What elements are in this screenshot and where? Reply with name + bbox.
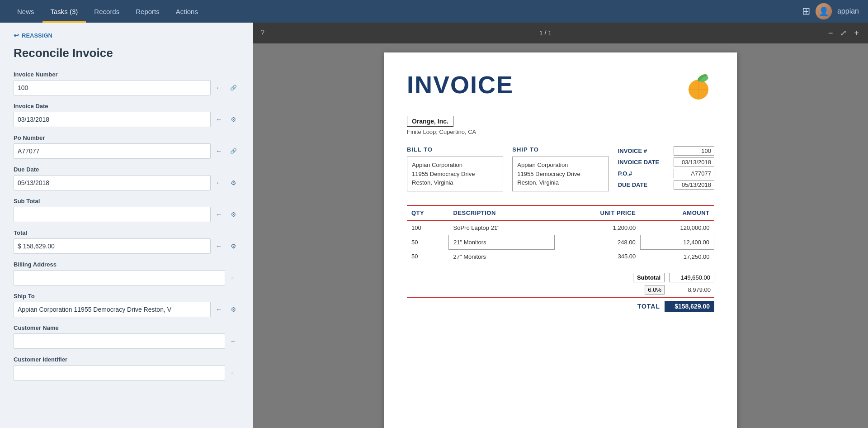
arrow-btn-sub-total[interactable]: ←	[212, 208, 225, 221]
field-row-sub-total: ←⚙	[14, 207, 240, 222]
pdf-help-icon[interactable]: ?	[260, 29, 264, 37]
field-row-invoice-date: ←⚙	[14, 112, 240, 127]
arrow-btn-billing-address[interactable]: ←	[227, 271, 240, 284]
input-ship-to[interactable]	[14, 302, 211, 317]
field-group-po-number: Po Number←🔗	[14, 134, 240, 159]
invoice-row-0: 100SoPro Laptop 21"1,200.00120,000.00	[407, 220, 714, 235]
invoice-num-label: INVOICE #	[618, 147, 647, 154]
due-date-label: DUE DATE	[618, 181, 647, 188]
field-row-customer-name: ←	[14, 333, 240, 349]
invoice-totals: Subtotal 149,650.00 6.0% 8,979.00 TOTAL …	[407, 273, 714, 312]
label-billing-address: Billing Address	[14, 261, 240, 268]
field-row-customer-identifier: ←	[14, 365, 240, 380]
col-qty: QTY	[407, 205, 449, 220]
input-billing-address[interactable]	[14, 270, 225, 285]
page-title: Reconcile Invoice	[14, 46, 240, 60]
link-btn-po-number[interactable]: 🔗	[227, 145, 240, 157]
pdf-page-info: 1 / 1	[268, 29, 823, 37]
invoice-details-section: INVOICE # 100 INVOICE DATE 03/13/2018 P.…	[618, 146, 714, 191]
row-qty-0: 100	[407, 220, 449, 235]
bill-to-line1: Appian Corporation	[412, 161, 498, 170]
invoice-title: INVOICE	[407, 71, 514, 99]
input-sub-total[interactable]	[14, 207, 211, 222]
arrow-btn-invoice-number[interactable]: ←	[212, 81, 225, 94]
label-customer-identifier: Customer Identifier	[14, 356, 240, 363]
invoice-row-2: 5027" Monitors345.0017,250.00	[407, 249, 714, 264]
arrow-btn-customer-identifier[interactable]: ←	[227, 366, 240, 379]
sync-btn-ship-to[interactable]: ⚙	[227, 303, 240, 316]
invoice-num-row: INVOICE # 100	[618, 146, 714, 156]
sync-btn-invoice-date[interactable]: ⚙	[227, 113, 240, 126]
ship-to-address: Appian Corporation 11955 Democracy Drive…	[512, 157, 609, 191]
label-invoice-number: Invoice Number	[14, 71, 240, 78]
reassign-button[interactable]: ↩ REASSIGN	[14, 32, 240, 39]
top-navigation: News Tasks (3) Records Reports Actions ⊞…	[0, 0, 868, 23]
avatar[interactable]: 👤	[816, 3, 832, 19]
arrow-btn-po-number[interactable]: ←	[212, 145, 225, 157]
input-customer-identifier[interactable]	[14, 365, 225, 380]
nav-item-records[interactable]: Records	[86, 0, 127, 23]
label-due-date: Due Date	[14, 166, 240, 173]
invoice-date-row: INVOICE DATE 03/13/2018	[618, 157, 714, 167]
zoom-out-button[interactable]: −	[826, 28, 835, 39]
zoom-in-button[interactable]: +	[852, 28, 861, 39]
po-value: A77077	[674, 169, 714, 178]
input-po-number[interactable]	[14, 143, 211, 159]
col-amount: AMOUNT	[640, 205, 714, 220]
bill-to-section: BILL TO Appian Corporation 11955 Democra…	[407, 146, 503, 191]
total-value: $158,629.00	[665, 301, 714, 312]
nav-item-news[interactable]: News	[9, 0, 42, 23]
field-group-ship-to: Ship To←⚙	[14, 293, 240, 317]
ship-to-line3: Reston, Virginia	[517, 178, 604, 187]
form-fields: Invoice Number←🔗Invoice Date←⚙Po Number←…	[14, 71, 240, 380]
nav-right: ⊞ 👤 appian	[802, 3, 859, 19]
input-due-date[interactable]	[14, 175, 211, 190]
field-group-due-date: Due Date←⚙	[14, 166, 240, 190]
po-row: P.O.# A77077	[618, 169, 714, 178]
link-btn-invoice-number[interactable]: 🔗	[227, 81, 240, 94]
sync-btn-total[interactable]: ⚙	[227, 240, 240, 252]
field-row-due-date: ←⚙	[14, 175, 240, 190]
company-address: Finite Loop; Cupertino, CA	[407, 128, 714, 135]
pdf-toolbar: ? 1 / 1 − ⤢ +	[253, 23, 868, 43]
field-group-invoice-date: Invoice Date←⚙	[14, 103, 240, 127]
nav-item-actions[interactable]: Actions	[168, 0, 206, 23]
input-total[interactable]	[14, 238, 211, 254]
company-info: Orange, Inc. Finite Loop; Cupertino, CA	[407, 116, 714, 135]
arrow-btn-due-date[interactable]: ←	[212, 176, 225, 189]
sync-btn-due-date[interactable]: ⚙	[227, 176, 240, 189]
arrow-btn-total[interactable]: ←	[212, 240, 225, 252]
row-qty-1: 50	[407, 235, 449, 249]
subtotal-label: Subtotal	[633, 273, 665, 282]
arrow-btn-ship-to[interactable]: ←	[212, 303, 225, 316]
invoice-address-grid: BILL TO Appian Corporation 11955 Democra…	[407, 146, 714, 191]
label-sub-total: Sub Total	[14, 198, 240, 204]
invoice-row-1: 5021" Monitors248.0012,400.00	[407, 235, 714, 249]
input-invoice-number[interactable]	[14, 80, 211, 95]
total-label: TOTAL	[637, 303, 660, 310]
input-customer-name[interactable]	[14, 333, 225, 349]
ship-to-section: SHIP TO Appian Corporation 11955 Democra…	[512, 146, 609, 191]
row-desc-2: 27" Monitors	[449, 249, 555, 264]
row-amount-2: 17,250.00	[640, 249, 714, 264]
grid-icon[interactable]: ⊞	[802, 5, 810, 17]
ship-to-line2: 11955 Democracy Drive	[517, 170, 604, 179]
pdf-content[interactable]: INVOICE	[253, 43, 868, 428]
sync-btn-sub-total[interactable]: ⚙	[227, 208, 240, 221]
row-desc-1: 21" Monitors	[449, 235, 555, 249]
ship-to-title: SHIP TO	[512, 146, 609, 153]
label-total: Total	[14, 229, 240, 236]
nav-item-reports[interactable]: Reports	[127, 0, 168, 23]
arrow-btn-customer-name[interactable]: ←	[227, 335, 240, 347]
invoice-date-label: INVOICE DATE	[618, 159, 660, 166]
row-unit-0: 1,200.00	[555, 220, 640, 235]
main-content: ↩ REASSIGN Reconcile Invoice Invoice Num…	[0, 23, 868, 428]
due-date-row: DUE DATE 05/13/2018	[618, 180, 714, 190]
nav-item-tasks[interactable]: Tasks (3)	[42, 0, 86, 23]
company-name: Orange, Inc.	[407, 116, 453, 127]
arrow-btn-invoice-date[interactable]: ←	[212, 113, 225, 126]
invoice-title-section: INVOICE	[407, 71, 514, 99]
input-invoice-date[interactable]	[14, 112, 211, 127]
expand-button[interactable]: ⤢	[838, 27, 849, 39]
invoice-table: QTY DESCRIPTION UNIT PRICE AMOUNT 100SoP…	[407, 205, 714, 264]
